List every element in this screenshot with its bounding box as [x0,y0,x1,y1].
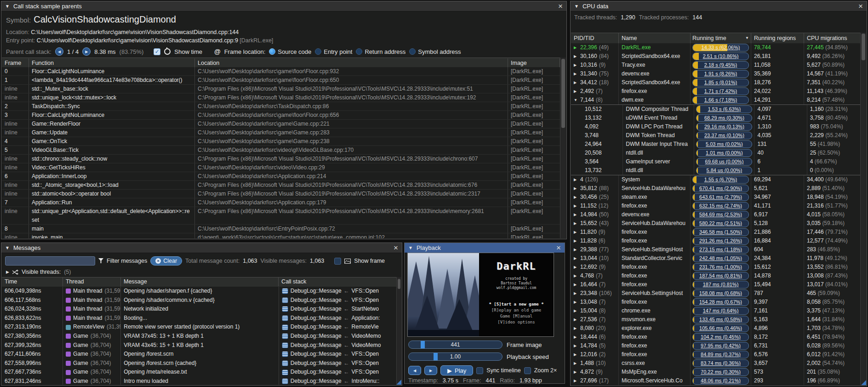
expand-icon[interactable]: ▶ [574,289,578,298]
show-frame-checkbox[interactable] [334,258,341,265]
visible-threads-row[interactable]: ▶ Visible threads: (5) [6,269,71,275]
callstack-row[interactable]: inline std::_Atomic_storage<bool,1>::loa… [2,181,560,190]
callstack-icon[interactable] [282,288,288,294]
zoom-2x-checkbox[interactable] [524,367,531,374]
cpu-process-row[interactable]: 20,508 ntdll.dll 1.01 ms (0.00%) 40 25 (… [571,149,861,157]
column-name[interactable]: Name [619,33,691,43]
scrollbar-thumb[interactable] [398,279,400,289]
close-icon[interactable]: × [558,3,563,10]
cpu-process-row[interactable]: ▶ 11,828 (6) firefox.exe 291.26 ms (1.26… [571,237,861,245]
message-row[interactable]: 627,399,326ns Game (36,704) VRAM 43x45: … [2,341,397,350]
message-row[interactable]: 627,380,356ns Game (36,704) VRAM 37x45: … [2,332,397,341]
playback-speed-slider[interactable]: 1.00 [408,352,503,361]
callstack-row[interactable]: inline std::unique_lock<std::mutex>::loc… [2,93,560,102]
expand-icon[interactable]: ▶ [574,219,578,228]
expand-icon[interactable]: ▶ [574,61,578,69]
cpu-process-row[interactable]: ▶ 1,488 (10) csrss.exe 83.74 ms (0.36%) … [571,359,861,368]
message-row[interactable]: 626,024,328ns Main thread (31,596) Netwo… [2,305,397,314]
close-icon[interactable]: × [394,244,398,252]
radio-icon[interactable] [269,48,275,55]
callstack-row[interactable]: inline std::chrono::steady_clock::now C:… [2,155,560,163]
cpu-process-row[interactable]: ▶ 2,492 (7) firefox.exe 1.71 s (7.42%) 2… [571,87,861,96]
expand-icon[interactable]: ▶ [574,87,578,96]
callstack-row[interactable]: inline std::unique_ptr<Application,std::… [2,207,560,225]
cpu-process-row[interactable]: ▶ 29,388 (77) ServiceHub.SettingsHost 27… [571,245,861,254]
callstack-icon[interactable] [282,351,288,357]
callstack-icon[interactable] [282,360,288,366]
cpu-scrollbar[interactable] [860,33,866,385]
cpu-process-row[interactable]: 10,512 DWM Compositor Thread 1.53 s (6.6… [571,104,861,114]
cpu-process-row[interactable]: ▶ 30,456 (25) steam.exe 643.61 ms (2.79%… [571,193,861,202]
callstack-row[interactable]: 1 <lambda_84a19dc444fae966ca174e83e708bd… [2,76,560,85]
callstack-cell[interactable]: DebugLog::Message ← VideoMemo [279,332,397,341]
cpu-process-row[interactable]: 13,732 ntdll.dll 5.84 us (0.00%) 1 0 (0.… [571,166,861,175]
callstack-row[interactable]: 6 Application::InnerLoop C:\Users\wolf\D… [2,172,560,181]
scrollbar-thumb[interactable] [862,34,865,60]
cpu-process-row[interactable]: 3,748 DWM Token Thread 23.37 ms (0.10%) … [571,131,861,140]
cpu-process-row[interactable]: 3,564 GameInput server 69.68 us (0.00%) … [571,157,861,166]
cpu-process-row[interactable]: ▶ 12,016 (2) firefox.exe 84.89 ms (0.37%… [571,350,861,359]
callstack-icon[interactable] [282,315,288,321]
callstack-icon[interactable] [282,370,288,375]
cpu-process-row[interactable]: ▶ 4,768 (7) firefox.exe 187.54 ms (0.81%… [571,271,861,280]
filter-input[interactable] [5,256,95,266]
expand-icon[interactable]: ▶ [574,263,578,271]
callstack-row[interactable]: inline Game::Update C:\Users\wolf\Deskto… [2,128,560,137]
expand-icon[interactable]: ▶ [574,78,578,87]
callstack-cell[interactable]: DebugLog::Message ← VFS::Open [279,350,397,359]
message-row[interactable]: 626,833,622ns Main thread (31,596) Booti… [2,314,397,323]
collapse-icon[interactable]: ▼ [5,4,10,9]
callstack-icon[interactable] [282,306,288,312]
cpu-process-row[interactable]: ▶ 15,652 (43) ServiceHub.DataWarehou 580… [571,219,861,228]
message-row[interactable]: 627,831,246ns Game (36,704) Intro menu l… [2,377,397,385]
message-row[interactable]: 627,558,996ns Game (36,704) Opening /for… [2,359,397,368]
frame-image-slider[interactable]: 441 [408,341,503,349]
cpu-process-row[interactable]: ▶ 23,348 (106) ServiceHub.SettingsHost 1… [571,289,861,298]
message-row[interactable]: 606,117,568ns Main thread (31,596) Openi… [2,296,397,305]
expand-icon[interactable]: ▶ [574,193,578,202]
expand-icon[interactable]: ▶ [574,175,578,184]
callstack-cell[interactable]: DebugLog::Message ← VFS::Open [279,287,397,296]
scrollbar-thumb[interactable] [561,59,565,128]
prev-callstack-button[interactable]: ◀ [55,47,63,56]
cpu-process-row[interactable]: ▶ 18,444 (6) firefox.exe 104.2 ms (0.45%… [571,333,861,341]
cpu-process-row[interactable]: ▶ 35,812 (88) ServiceHub.DataWarehou 670… [571,184,861,193]
cpu-process-row[interactable]: ▶ 34,412 (18) ScriptedSandbox64.exe 1.85… [571,78,861,87]
callstack-row[interactable]: 0 Floor::CalcLightNoLuminance C:\Users\w… [2,67,560,76]
cpu-process-row[interactable]: ▶ 4,872 (9) MsMpEng.exe 70.22 ms (0.30%)… [571,368,861,376]
callstack-row[interactable]: inline std::_Mutex_base::lock C:\Program… [2,85,560,93]
callstack-row[interactable]: inline invoke_main d:\agent\_work\63\s\s… [2,233,560,238]
expand-icon[interactable]: ▶ [6,270,9,274]
cpu-process-row[interactable]: ▶ 11,152 (12) firefox.exe 632.15 ms (2.7… [571,202,861,210]
callstack-row[interactable]: 2 TaskDispatch::Sync C:\Users\wolf\Deskt… [2,102,560,111]
cpu-process-row[interactable]: ▶ 14,784 (5) firefox.exe 97.95 ms (0.42%… [571,341,861,350]
clear-button[interactable]: × Clear [150,256,182,266]
callstack-row[interactable]: inline Game::RenderFloor C:\Users\wolf\D… [2,120,560,128]
cpu-process-row[interactable]: ▶ 27,696 (17) Microsoft.ServiceHub.Co 48… [571,376,861,385]
expand-icon[interactable]: ▶ [574,280,578,289]
next-frame-button[interactable]: ▶ [424,366,437,375]
callstack-cell[interactable]: DebugLog::Message ← IntroMenu:: [279,377,397,385]
resize-handle[interactable] [396,380,401,385]
collapse-icon[interactable]: ▼ [5,245,10,250]
callstack-icon[interactable] [282,342,288,348]
cpu-process-row[interactable]: ▶ 11,820 (9) firefox.exe 346.58 ms (1.50… [571,228,861,237]
expand-icon[interactable]: ▶ [574,298,578,306]
expand-icon[interactable]: ▶ [574,228,578,237]
expand-icon[interactable]: ▶ [574,341,578,350]
message-row[interactable]: 606,049,398ns Main thread (31,596) Openi… [2,287,397,296]
expand-icon[interactable]: ▶ [574,368,578,376]
callstack-icon[interactable] [282,378,288,384]
expand-icon[interactable]: ▶ [574,210,578,219]
cpu-process-row[interactable]: ▶ 14,984 (50) devenv.exe 584.69 ms (2.53… [571,210,861,219]
message-row[interactable]: 627,313,190ns RemoteView (31,392) Remote… [2,323,397,332]
expand-icon[interactable]: ▶ [574,271,578,280]
cpu-process-row[interactable]: ▶ 16,464 (7) firefox.exe 187 ms (0.81%) … [571,280,861,289]
expand-icon[interactable]: ▶ [574,202,578,210]
callstack-cell[interactable]: DebugLog::Message ← VFS::Open [279,359,397,368]
expand-icon[interactable]: ▶ [574,69,578,78]
expand-icon[interactable]: ▶ [574,315,578,324]
callstack-cell[interactable]: DebugLog::Message ← StartNetwo [279,305,397,314]
expand-icon[interactable]: ▶ [574,306,578,315]
cpu-process-row[interactable]: ▶ 31,340 (75) devenv.exe 1.91 s (8.26%) … [571,69,861,78]
